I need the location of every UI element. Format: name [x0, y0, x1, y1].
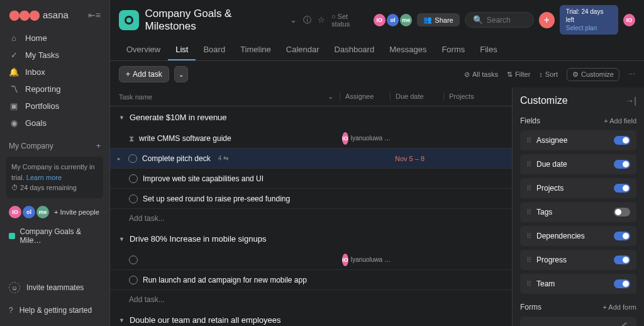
chevron-down-icon[interactable]: ⌄ — [328, 93, 333, 101]
customize-button[interactable]: ⚙ Customize — [567, 68, 619, 81]
tab-files[interactable]: Files — [472, 40, 504, 60]
field-toggle[interactable] — [614, 232, 630, 240]
avatar[interactable]: IO — [374, 14, 386, 26]
info-icon[interactable]: ⓘ — [303, 14, 311, 26]
add-task-dropdown[interactable]: ⌄ — [174, 66, 188, 82]
subtask-count: 4 ⇆ — [218, 155, 228, 162]
chevron-down-icon[interactable]: ⌄ — [290, 15, 297, 25]
field-team[interactable]: ⠿Team — [520, 274, 636, 294]
field-tags[interactable]: ⠿Tags — [520, 202, 636, 222]
tab-forms[interactable]: Forms — [434, 40, 472, 60]
trial-plan-button[interactable]: Trial: 24 days left Select plan — [560, 5, 618, 35]
field-toggle[interactable] — [614, 160, 630, 169]
global-add-button[interactable]: + — [539, 12, 555, 28]
field-toggle[interactable] — [614, 279, 630, 288]
nav-my-tasks[interactable]: ✓My Tasks — [0, 47, 109, 64]
set-status-button[interactable]: ○ Set status — [331, 13, 367, 28]
complete-checkbox[interactable] — [129, 174, 138, 183]
sidebar-project[interactable]: Company Goals & Mile… — [0, 223, 109, 249]
field-toggle[interactable] — [614, 256, 630, 264]
tab-timeline[interactable]: Timeline — [233, 40, 279, 60]
field-due-date[interactable]: ⠿Due date — [520, 154, 636, 174]
learn-more-link[interactable]: Learn more — [26, 174, 62, 181]
add-task-button[interactable]: + Add task — [119, 66, 169, 82]
project-color-icon — [9, 233, 15, 239]
drag-handle-icon[interactable]: ⠿ — [526, 184, 531, 193]
close-panel-icon[interactable]: →| — [625, 96, 636, 106]
avatar[interactable]: me — [36, 206, 49, 218]
share-button[interactable]: 👥 Share — [417, 13, 459, 26]
section-header[interactable]: ▼Double our team and retain all employee… — [110, 309, 512, 326]
complete-checkbox[interactable] — [129, 256, 138, 264]
tab-calendar[interactable]: Calendar — [279, 40, 327, 60]
section-header[interactable]: ▼Generate $10M in revenue — [110, 106, 512, 128]
drag-handle-icon[interactable]: ⠿ — [526, 280, 531, 288]
tab-board[interactable]: Board — [196, 40, 233, 60]
expand-icon[interactable]: ▸ — [118, 155, 121, 162]
field-assignee[interactable]: ⠿Assignee — [520, 130, 636, 150]
drag-handle-icon[interactable]: ⠿ — [526, 208, 531, 216]
logo[interactable]: ⬤⬤⬤ asana ⇤≡ — [0, 5, 109, 27]
search-input[interactable] — [487, 16, 531, 25]
forms-preview[interactable]: ⟋ — [520, 317, 636, 326]
avatar[interactable]: me — [400, 14, 412, 26]
list-toolbar: + Add task ⌄ ⊘ All tasks ⇅ Filter ↕ Sort… — [110, 61, 644, 87]
task-row[interactable]: IOIyanuoluwa … — [110, 250, 512, 270]
task-row[interactable]: Set up seed round to raise pre-seed fund… — [110, 189, 512, 209]
filter-button[interactable]: ⇅ Filter — [507, 70, 530, 79]
drag-handle-icon[interactable]: ⠿ — [526, 160, 531, 169]
avatar[interactable]: IO — [9, 206, 21, 218]
sort-button[interactable]: ↕ Sort — [539, 70, 558, 78]
invite-icon: ☺ — [9, 282, 20, 293]
field-progress[interactable]: ⠿Progress — [520, 250, 636, 270]
task-row[interactable]: Run launch and ad campaign for new mobil… — [110, 270, 512, 290]
avatar[interactable]: ol — [23, 206, 35, 218]
add-task-inline[interactable]: Add task... — [110, 209, 512, 228]
add-form-button[interactable]: + Add form — [602, 303, 636, 311]
field-dependencies[interactable]: ⠿Dependencies — [520, 226, 636, 246]
invite-teammates-button[interactable]: ☺ Invite teammates — [0, 276, 109, 300]
field-projects[interactable]: ⠿Projects — [520, 178, 636, 198]
star-icon[interactable]: ☆ — [318, 15, 325, 25]
task-row[interactable]: ▸Complete pitch deck4 ⇆Nov 5 – 8 — [110, 149, 512, 169]
invite-people-link[interactable]: + Invite people — [54, 208, 99, 216]
collapse-sidebar-icon[interactable]: ⇤≡ — [88, 10, 101, 20]
nav-home[interactable]: ⌂Home — [0, 30, 109, 47]
avatar[interactable]: ol — [387, 14, 399, 26]
drag-handle-icon[interactable]: ⠿ — [526, 137, 531, 145]
member-avatars: IO ol me + Invite people — [0, 201, 109, 223]
section-header[interactable]: ▼Drive 80% Increase in mobile signups — [110, 228, 512, 250]
tab-dashboard[interactable]: Dashboard — [327, 40, 382, 60]
complete-checkbox[interactable] — [129, 194, 138, 203]
complete-checkbox[interactable] — [129, 276, 138, 284]
assignee-avatar[interactable]: IO — [342, 132, 348, 145]
task-row[interactable]: Improve web site capabilities and UI — [110, 169, 512, 189]
field-toggle[interactable] — [614, 208, 630, 216]
all-tasks-filter[interactable]: ⊘ All tasks — [464, 70, 498, 79]
workspace-header[interactable]: My Company + — [0, 134, 109, 154]
nav-portfolios[interactable]: ▣Portfolios — [0, 98, 109, 115]
add-task-inline[interactable]: Add task... — [110, 290, 512, 309]
more-icon[interactable]: ⋯ — [628, 70, 635, 79]
tab-overview[interactable]: Overview — [119, 40, 168, 60]
field-toggle[interactable] — [614, 184, 630, 193]
nav-goals[interactable]: ◉Goals — [0, 115, 109, 132]
add-field-button[interactable]: + Add field — [604, 117, 636, 125]
column-headers: Task name⌄ Assignee Due date Projects — [110, 87, 512, 106]
nav-reporting[interactable]: 〽Reporting — [0, 81, 109, 98]
task-row[interactable]: ⧗write CMMS software guideIOIyanuoluwa … — [110, 128, 512, 149]
assignee-avatar[interactable]: IO — [342, 254, 348, 266]
search-box[interactable]: 🔍 — [465, 12, 534, 28]
drag-handle-icon[interactable]: ⠿ — [526, 256, 531, 264]
field-toggle[interactable] — [614, 136, 630, 145]
tab-list[interactable]: List — [168, 40, 196, 60]
user-avatar[interactable]: IO — [623, 14, 635, 26]
due-date[interactable]: Nov 5 – 8 — [390, 155, 443, 162]
nav-inbox[interactable]: 🔔Inbox — [0, 64, 109, 81]
drag-handle-icon[interactable]: ⠿ — [526, 232, 531, 240]
help-button[interactable]: ? Help & getting started — [0, 300, 109, 321]
complete-checkbox[interactable] — [128, 154, 137, 163]
add-workspace-icon[interactable]: + — [96, 142, 101, 150]
tab-messages[interactable]: Messages — [382, 40, 434, 60]
project-icon[interactable] — [119, 10, 139, 30]
